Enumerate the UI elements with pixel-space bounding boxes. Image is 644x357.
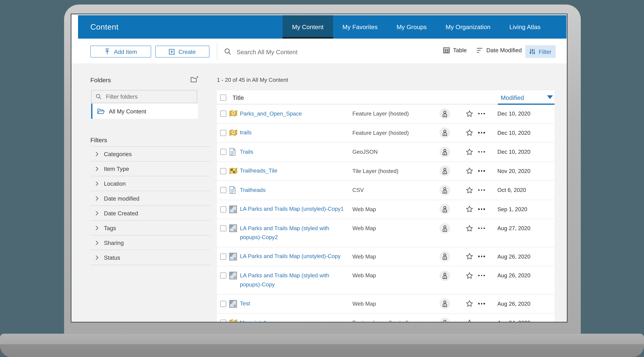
row-checkbox[interactable] xyxy=(220,149,226,155)
table-rows: Parks_and_Open_Space Feature Layer (host… xyxy=(217,104,554,322)
item-title-cell: LA Parks and Trails Map (styled with pop… xyxy=(240,219,352,247)
sharing-private-icon[interactable] xyxy=(440,251,450,262)
select-all-checkbox[interactable] xyxy=(220,94,226,100)
row-checkbox[interactable] xyxy=(220,130,226,136)
sharing-private-icon[interactable] xyxy=(440,185,450,196)
favorite-star-icon[interactable] xyxy=(466,294,478,313)
item-title-link[interactable]: LA Parks and Trails Map (unstyled)-Copy xyxy=(240,253,341,259)
nav-tab-label: Living Atlas xyxy=(509,24,540,31)
nav-tab-my-favorites[interactable]: My Favorites xyxy=(333,15,387,39)
item-title-link[interactable]: Trailheads_Tile xyxy=(240,168,277,174)
item-title-link[interactable]: My points1 xyxy=(240,319,267,322)
filter-group-sharing[interactable]: Sharing xyxy=(90,235,210,250)
nav-tab-my-content[interactable]: My Content xyxy=(282,15,333,39)
favorite-star-icon[interactable] xyxy=(466,104,478,123)
filter-group-label: Date Created xyxy=(104,210,138,216)
result-count: 1 - 20 of 45 in All My Content xyxy=(217,77,288,83)
nav-tab-living-atlas[interactable]: Living Atlas xyxy=(500,15,550,39)
add-item-label: Add Item xyxy=(114,48,137,55)
sharing-private-icon[interactable] xyxy=(440,147,450,157)
modified-column-header[interactable]: Modified xyxy=(501,91,524,105)
chevron-right-icon xyxy=(95,211,98,215)
sharing-cell xyxy=(440,247,466,266)
row-checkbox[interactable] xyxy=(220,206,226,212)
favorite-star-icon[interactable] xyxy=(466,162,478,180)
sharing-private-icon[interactable] xyxy=(440,298,450,309)
item-title-link[interactable]: Parks_and_Open_Space xyxy=(240,110,302,116)
content-area: Folders All My Content xyxy=(72,64,567,322)
filter-group-status[interactable]: Status xyxy=(90,250,210,265)
filter-folders-input[interactable] xyxy=(105,93,192,100)
more-options-icon[interactable] xyxy=(478,219,492,238)
add-item-button[interactable]: Add Item xyxy=(90,46,151,58)
page-title: Content xyxy=(90,22,118,32)
row-checkbox[interactable] xyxy=(220,168,226,174)
more-options-icon[interactable] xyxy=(478,123,492,142)
sharing-cell xyxy=(440,104,466,123)
more-options-icon[interactable] xyxy=(478,313,492,322)
filter-group-location[interactable]: Location xyxy=(90,176,210,191)
more-options-icon[interactable] xyxy=(478,266,492,285)
more-options-icon[interactable] xyxy=(478,247,492,266)
more-options-icon[interactable] xyxy=(478,181,492,199)
filter-button[interactable]: Filter xyxy=(525,45,556,58)
favorite-star-icon[interactable] xyxy=(466,313,478,322)
sorted-column-indicator xyxy=(498,104,554,105)
search-input[interactable] xyxy=(236,47,373,57)
sharing-private-icon[interactable] xyxy=(440,127,450,138)
item-title-cell: My points1 xyxy=(240,313,352,322)
item-title-link[interactable]: LA Parks and Trails Map (unstyled)-Copy1 xyxy=(240,206,344,212)
filter-group-tags[interactable]: Tags xyxy=(90,221,210,235)
table-row: LA Parks and Trails Map (unstyled)-Copy … xyxy=(217,247,554,266)
item-title-link[interactable]: trails xyxy=(240,129,252,136)
row-checkbox[interactable] xyxy=(220,272,226,278)
more-options-icon[interactable] xyxy=(478,200,492,218)
item-title-link[interactable]: Trails xyxy=(240,149,253,155)
favorite-star-icon[interactable] xyxy=(466,123,478,142)
item-modified-date: Aug 26, 2020 xyxy=(492,247,554,266)
item-modified-date: Sep 1, 2020 xyxy=(492,200,554,218)
table-view-button[interactable]: Table xyxy=(443,47,467,54)
favorite-star-icon[interactable] xyxy=(466,143,478,161)
more-options-icon[interactable] xyxy=(478,104,492,123)
favorite-star-icon[interactable] xyxy=(466,181,478,199)
sharing-private-icon[interactable] xyxy=(440,270,450,281)
sharing-private-icon[interactable] xyxy=(440,204,450,215)
nav-tab-my-organization[interactable]: My Organization xyxy=(436,15,500,39)
row-checkbox[interactable] xyxy=(220,320,226,322)
item-title-link[interactable]: LA Parks and Trails Map (styled with pop… xyxy=(240,272,329,287)
item-modified-date: Dec 10, 2020 xyxy=(492,143,554,161)
row-checkbox[interactable] xyxy=(220,111,226,117)
favorite-star-icon[interactable] xyxy=(466,266,478,285)
sort-order-button[interactable]: Date Modified xyxy=(476,47,522,54)
sharing-private-icon[interactable] xyxy=(440,166,450,176)
row-checkbox[interactable] xyxy=(220,187,226,193)
open-folder-icon xyxy=(98,108,105,114)
item-title-cell: LA Parks and Trails Map (unstyled)-Copy1 xyxy=(240,200,352,218)
item-title-link[interactable]: Trailheads xyxy=(240,187,266,193)
more-options-icon[interactable] xyxy=(478,162,492,180)
favorite-star-icon[interactable] xyxy=(466,200,478,218)
row-checkbox[interactable] xyxy=(220,253,226,259)
item-type: Tile Layer (hosted) xyxy=(352,162,440,180)
row-checkbox[interactable] xyxy=(220,300,226,307)
filter-group-item-type[interactable]: Item Type xyxy=(90,161,210,176)
sharing-private-icon[interactable] xyxy=(440,223,450,234)
more-options-icon[interactable] xyxy=(478,294,492,313)
sharing-private-icon[interactable] xyxy=(440,108,450,119)
item-title-link[interactable]: Test xyxy=(240,300,250,306)
row-checkbox[interactable] xyxy=(220,225,226,231)
favorite-star-icon[interactable] xyxy=(466,247,478,266)
filter-group-date-created[interactable]: Date Created xyxy=(90,206,210,221)
nav-tab-my-groups[interactable]: My Groups xyxy=(387,15,436,39)
favorite-star-icon[interactable] xyxy=(466,219,478,238)
filter-group-categories[interactable]: Categories xyxy=(90,147,210,161)
item-title-link[interactable]: LA Parks and Trails Map (styled with pop… xyxy=(240,225,329,240)
create-button[interactable]: Create xyxy=(155,46,210,58)
new-folder-button[interactable] xyxy=(191,76,198,84)
filter-group-date-modified[interactable]: Date modified xyxy=(90,191,210,206)
filters-heading: Filters xyxy=(90,136,107,143)
more-options-icon[interactable] xyxy=(478,143,492,161)
sharing-private-icon[interactable] xyxy=(440,317,450,322)
sidebar-item-all-my-content[interactable]: All My Content xyxy=(91,104,198,119)
